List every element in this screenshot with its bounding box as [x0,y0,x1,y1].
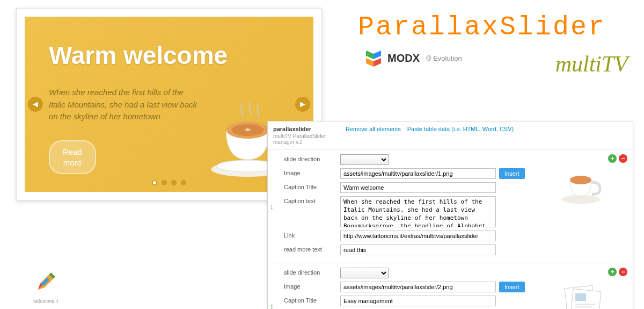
manager-title: parallaxslider [273,126,346,132]
read-more-input[interactable] [340,245,496,255]
label-link: Link [273,231,340,239]
dots-navigation [152,180,186,185]
manager-panel: parallaxslider multiTV ParallaxSlider ma… [267,121,633,309]
label-caption-text: Caption text [273,196,340,204]
slide-title: Warm welcome [49,41,228,70]
svg-rect-8 [575,293,586,301]
read-more-button[interactable]: Read more [49,140,96,174]
drag-handle-icon[interactable]: ↕ [270,203,274,211]
label-read-more: read more text [273,245,340,253]
slide-direction-select[interactable] [340,154,389,165]
image-input[interactable] [340,168,496,179]
dot-4[interactable] [181,180,186,185]
arrow-right-icon: ► [298,99,307,109]
label-slide-direction: slide direction [273,268,340,276]
add-record-button[interactable]: + [608,154,617,163]
label-caption-title: Caption Title [273,182,340,190]
tattoocms-logo: tattoocms.it [24,269,67,304]
dot-3[interactable] [171,180,177,185]
label-image: Image [273,282,340,290]
dot-2[interactable] [162,180,167,185]
label-image: Image [273,168,340,176]
label-caption-title: Caption Title [273,296,340,304]
add-record-button[interactable]: + [608,268,617,276]
modx-name: MODX [387,52,420,64]
manager-header: parallaxslider multiTV ParallaxSlider ma… [268,121,633,150]
modx-suffix: ® Evolution [426,54,462,62]
brand-title: ParallaxSlider [358,12,606,42]
link-input[interactable] [340,231,496,241]
delete-record-button[interactable]: − [619,154,627,163]
pencil-icon [33,269,58,295]
drag-handle-icon[interactable]: ↕ [270,302,274,310]
record-thumbnail [560,166,606,205]
prev-arrow[interactable]: ◄ [28,97,43,112]
delete-record-button[interactable]: − [619,268,627,276]
paste-data-link[interactable]: Paste table data (i.e. HTML, Word, CSV) [407,126,514,145]
record-item: ↕ + − slide direction ImageInsert Captio… [268,263,633,309]
insert-button[interactable]: Insert [499,168,525,179]
slide-direction-select[interactable] [340,268,389,278]
record-thumbnail [560,279,606,309]
label-slide-direction: slide direction [273,154,340,162]
svg-point-5 [570,176,591,184]
remove-all-link[interactable]: Remove all elements [346,126,401,145]
next-arrow[interactable]: ► [295,97,310,112]
modx-logo: MODX ® Evolution [364,48,462,68]
dot-1[interactable] [152,180,157,185]
insert-button[interactable]: Insert [499,282,525,292]
modx-icon [364,48,383,68]
record-item: ↕ + − slide direction ImageInsert Captio… [268,150,633,263]
caption-title-input[interactable] [340,182,496,193]
caption-title-input[interactable] [340,296,496,306]
arrow-left-icon: ◄ [31,99,40,109]
slide-caption-text: When she reached the first hills of the … [49,87,199,123]
image-input[interactable] [340,282,496,292]
tattoocms-label: tattoocms.it [24,298,67,304]
multitv-label: multiTV [555,51,628,77]
caption-text-textarea[interactable] [340,196,496,227]
manager-subtitle: multiTV ParallaxSlider manager v.2 [273,133,346,145]
